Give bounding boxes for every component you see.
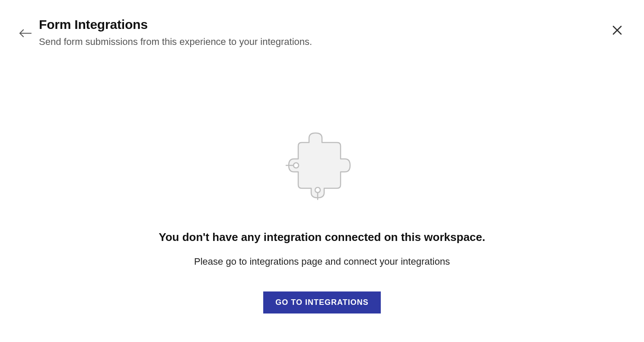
header: Form Integrations Send form submissions … xyxy=(0,0,644,48)
header-text: Form Integrations Send form submissions … xyxy=(39,17,612,48)
page-subtitle: Send form submissions from this experien… xyxy=(39,36,612,48)
svg-point-3 xyxy=(293,163,299,168)
go-to-integrations-button[interactable]: GO TO INTEGRATIONS xyxy=(263,291,380,314)
puzzle-piece-icon xyxy=(285,130,359,205)
back-button[interactable] xyxy=(19,28,32,38)
empty-state: You don't have any integration connected… xyxy=(0,130,644,314)
close-icon xyxy=(612,25,622,35)
empty-state-subtitle: Please go to integrations page and conne… xyxy=(194,256,450,267)
svg-point-5 xyxy=(315,187,320,193)
page-title: Form Integrations xyxy=(39,17,612,32)
empty-state-title: You don't have any integration connected… xyxy=(159,231,485,244)
arrow-left-icon xyxy=(19,28,32,38)
close-button[interactable] xyxy=(612,25,622,35)
